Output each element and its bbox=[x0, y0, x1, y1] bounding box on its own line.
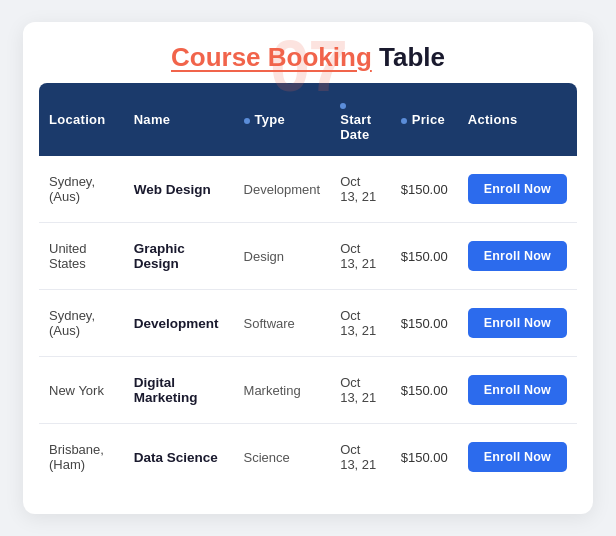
cell-name: Web Design bbox=[124, 156, 234, 223]
cell-startdate: Oct 13, 21 bbox=[330, 357, 391, 424]
enroll-button[interactable]: Enroll Now bbox=[468, 308, 567, 338]
cell-name: Digital Marketing bbox=[124, 357, 234, 424]
enroll-button[interactable]: Enroll Now bbox=[468, 375, 567, 405]
cell-location: United States bbox=[39, 223, 124, 290]
cell-startdate: Oct 13, 21 bbox=[330, 290, 391, 357]
table-row: Sydney, (Aus)Web DesignDevelopmentOct 13… bbox=[39, 156, 577, 223]
cell-price: $150.00 bbox=[391, 424, 458, 491]
cell-location: Sydney, (Aus) bbox=[39, 290, 124, 357]
cell-price: $150.00 bbox=[391, 357, 458, 424]
col-name: Name bbox=[124, 83, 234, 156]
cell-name: Graphic Design bbox=[124, 223, 234, 290]
title-rest: Table bbox=[372, 42, 445, 72]
col-location: Location bbox=[39, 83, 124, 156]
table-wrapper: Location Name Type Start Date Price Acti… bbox=[39, 83, 577, 490]
header-section: 07 Course Booking Table bbox=[23, 22, 593, 83]
dot-icon bbox=[401, 118, 407, 124]
col-startdate: Start Date bbox=[330, 83, 391, 156]
cell-location: New York bbox=[39, 357, 124, 424]
col-actions: Actions bbox=[458, 83, 577, 156]
cell-startdate: Oct 13, 21 bbox=[330, 156, 391, 223]
cell-location: Brisbane, (Ham) bbox=[39, 424, 124, 491]
cell-startdate: Oct 13, 21 bbox=[330, 424, 391, 491]
dot-icon bbox=[340, 103, 346, 109]
table-row: Brisbane, (Ham)Data ScienceScienceOct 13… bbox=[39, 424, 577, 491]
table-header-row: Location Name Type Start Date Price Acti… bbox=[39, 83, 577, 156]
cell-type: Development bbox=[234, 156, 331, 223]
cell-type: Software bbox=[234, 290, 331, 357]
enroll-button[interactable]: Enroll Now bbox=[468, 241, 567, 271]
cell-action: Enroll Now bbox=[458, 290, 577, 357]
cell-action: Enroll Now bbox=[458, 223, 577, 290]
cell-action: Enroll Now bbox=[458, 357, 577, 424]
cell-name: Development bbox=[124, 290, 234, 357]
col-price: Price bbox=[391, 83, 458, 156]
cell-action: Enroll Now bbox=[458, 156, 577, 223]
col-type: Type bbox=[234, 83, 331, 156]
cell-type: Design bbox=[234, 223, 331, 290]
cell-price: $150.00 bbox=[391, 223, 458, 290]
cell-type: Science bbox=[234, 424, 331, 491]
course-table: Location Name Type Start Date Price Acti… bbox=[39, 83, 577, 490]
cell-startdate: Oct 13, 21 bbox=[330, 223, 391, 290]
cell-name: Data Science bbox=[124, 424, 234, 491]
cell-action: Enroll Now bbox=[458, 424, 577, 491]
cell-type: Marketing bbox=[234, 357, 331, 424]
cell-location: Sydney, (Aus) bbox=[39, 156, 124, 223]
cell-price: $150.00 bbox=[391, 290, 458, 357]
course-booking-card: 07 Course Booking Table Location Name Ty… bbox=[23, 22, 593, 514]
enroll-button[interactable]: Enroll Now bbox=[468, 442, 567, 472]
title-highlight: Course Booking bbox=[171, 42, 372, 72]
table-row: New YorkDigital MarketingMarketingOct 13… bbox=[39, 357, 577, 424]
table-row: Sydney, (Aus)DevelopmentSoftwareOct 13, … bbox=[39, 290, 577, 357]
page-title: Course Booking Table bbox=[43, 42, 573, 73]
enroll-button[interactable]: Enroll Now bbox=[468, 174, 567, 204]
dot-icon bbox=[244, 118, 250, 124]
cell-price: $150.00 bbox=[391, 156, 458, 223]
table-row: United StatesGraphic DesignDesignOct 13,… bbox=[39, 223, 577, 290]
